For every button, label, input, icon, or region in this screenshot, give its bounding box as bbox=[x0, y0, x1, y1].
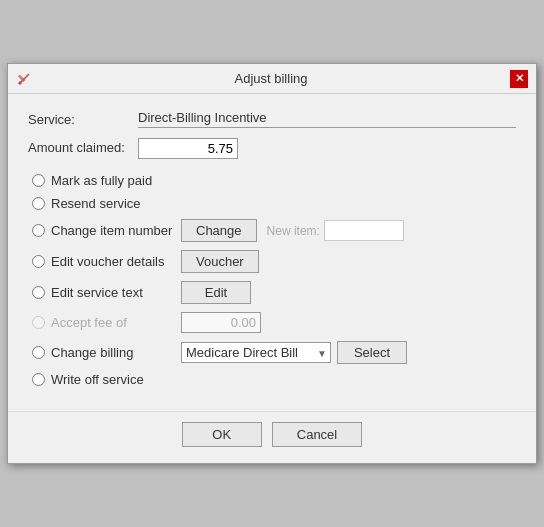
dialog-body: Service: Direct-Billing Incentive Amount… bbox=[8, 94, 536, 407]
new-item-input[interactable] bbox=[324, 220, 404, 241]
dialog-title: Adjust billing bbox=[32, 71, 510, 86]
select-button[interactable]: Select bbox=[337, 341, 407, 364]
change-billing-row: Change billing Medicare Direct Bill Othe… bbox=[32, 341, 516, 364]
change-billing-radio[interactable] bbox=[32, 346, 45, 359]
billing-dropdown[interactable]: Medicare Direct Bill Other bbox=[181, 342, 331, 363]
amount-claimed-label: Amount claimed: bbox=[28, 138, 138, 155]
amount-claimed-input[interactable] bbox=[138, 138, 238, 159]
title-bar: Adjust billing ✕ bbox=[8, 64, 536, 94]
resend-service-radio[interactable] bbox=[32, 197, 45, 210]
ok-button[interactable]: OK bbox=[182, 422, 262, 447]
service-label: Service: bbox=[28, 110, 138, 127]
edit-service-row: Edit service text Edit bbox=[32, 281, 516, 304]
cancel-button[interactable]: Cancel bbox=[272, 422, 362, 447]
change-item-radio[interactable] bbox=[32, 224, 45, 237]
voucher-button[interactable]: Voucher bbox=[181, 250, 259, 273]
accept-fee-label: Accept fee of bbox=[51, 315, 181, 330]
adjust-billing-dialog: Adjust billing ✕ Service: Direct-Billing… bbox=[7, 63, 537, 464]
mark-paid-radio[interactable] bbox=[32, 174, 45, 187]
write-off-row: Write off service bbox=[32, 372, 516, 387]
change-billing-label: Change billing bbox=[51, 345, 181, 360]
write-off-radio[interactable] bbox=[32, 373, 45, 386]
fee-input[interactable] bbox=[181, 312, 261, 333]
change-item-row: Change item number Change New item: bbox=[32, 219, 516, 242]
edit-voucher-radio[interactable] bbox=[32, 255, 45, 268]
dialog-footer: OK Cancel bbox=[8, 411, 536, 463]
billing-dropdown-wrapper: Medicare Direct Bill Other ▼ bbox=[181, 342, 331, 363]
accept-fee-radio[interactable] bbox=[32, 316, 45, 329]
edit-service-label: Edit service text bbox=[51, 285, 181, 300]
mark-paid-row: Mark as fully paid bbox=[32, 173, 516, 188]
write-off-label: Write off service bbox=[51, 372, 144, 387]
resend-service-row: Resend service bbox=[32, 196, 516, 211]
change-button[interactable]: Change bbox=[181, 219, 257, 242]
edit-voucher-label: Edit voucher details bbox=[51, 254, 181, 269]
resend-service-label: Resend service bbox=[51, 196, 141, 211]
edit-voucher-row: Edit voucher details Voucher bbox=[32, 250, 516, 273]
close-button[interactable]: ✕ bbox=[510, 70, 528, 88]
dialog-icon bbox=[16, 71, 32, 87]
edit-button[interactable]: Edit bbox=[181, 281, 251, 304]
change-item-label: Change item number bbox=[51, 223, 181, 238]
service-row: Service: Direct-Billing Incentive bbox=[28, 110, 516, 128]
edit-service-radio[interactable] bbox=[32, 286, 45, 299]
amount-claimed-row: Amount claimed: bbox=[28, 138, 516, 159]
service-value: Direct-Billing Incentive bbox=[138, 110, 516, 128]
mark-paid-label: Mark as fully paid bbox=[51, 173, 152, 188]
new-item-label: New item: bbox=[267, 224, 320, 238]
accept-fee-row: Accept fee of bbox=[32, 312, 516, 333]
